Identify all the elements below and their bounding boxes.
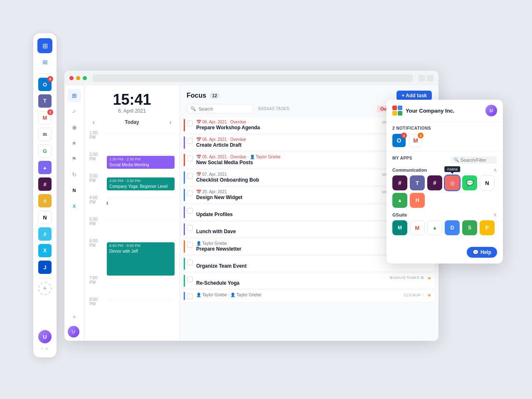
inner-flag-icon[interactable]: ⚑: [68, 152, 81, 165]
communication-toggle[interactable]: ∧: [493, 167, 497, 173]
app-inner-sidebar: ⊞ ✓ ◉ ★ ⚑ ↻ N X + U: [64, 86, 84, 341]
dock-add-button[interactable]: +: [38, 282, 52, 295]
inner-star-icon[interactable]: ★: [68, 136, 81, 150]
dock-user-avatar[interactable]: U: [38, 330, 52, 343]
task-checkbox[interactable]: [187, 293, 193, 299]
task-checkbox[interactable]: [187, 190, 193, 196]
tasks-search-input[interactable]: [199, 106, 249, 111]
inner-globe-icon[interactable]: ◉: [68, 121, 81, 134]
asana-app-icon[interactable]: Asana ◎: [445, 175, 460, 190]
browser-window: ⊞ ✓ ◉ ★ ⚑ ↻ N X + U 15:41 6. April 2021 …: [64, 71, 438, 341]
right-panel: Your Company Inc. U 2 NOTIFICATIONS O 3 …: [387, 100, 503, 264]
slack2-app-icon[interactable]: #: [427, 175, 442, 190]
task-checkbox[interactable]: [187, 259, 193, 265]
panel-user-avatar[interactable]: U: [485, 105, 497, 116]
dock-icon-outlook[interactable]: O 6: [37, 77, 52, 92]
task-checkbox[interactable]: [187, 225, 193, 231]
prev-day-button[interactable]: ‹: [89, 118, 98, 126]
inner-check-icon[interactable]: ✓: [68, 105, 81, 118]
dock-icon-slack2[interactable]: #: [37, 193, 52, 208]
task-date: 👤 Taylor Griebe: [196, 241, 227, 246]
next-day-button[interactable]: ›: [166, 118, 175, 126]
inner-sync-icon[interactable]: ↻: [68, 168, 81, 181]
gdrive-app-icon[interactable]: ▲: [427, 220, 442, 235]
event-social-media[interactable]: 1:30 PM - 2:30 PM Social Media Meeting: [107, 156, 175, 169]
star-icon[interactable]: ★: [427, 293, 431, 298]
task-bar: [184, 189, 185, 201]
dock-icon-notion[interactable]: N: [37, 210, 52, 225]
slides-app-icon[interactable]: P: [480, 220, 495, 235]
docs-app-icon[interactable]: D: [445, 220, 460, 235]
gmail-notification[interactable]: M 2: [409, 134, 422, 147]
task-checkbox[interactable]: [187, 276, 193, 282]
task-checkbox[interactable]: [187, 155, 193, 161]
tasks-count-badge: 12: [209, 93, 219, 99]
inner-notion-icon[interactable]: N: [68, 184, 81, 197]
time-slot-1pm: 1:00 PM: [89, 131, 175, 152]
grid-control[interactable]: [419, 75, 425, 81]
task-checkbox[interactable]: [187, 121, 193, 126]
task-item: BASAAS TASKS ⊞ Re-Schedule Yoga ★: [183, 273, 435, 289]
time-slot-5pm: 5:00 PM: [89, 217, 175, 239]
tasks-panel-title: Focus: [187, 92, 206, 99]
minimize-dot[interactable]: [76, 76, 80, 80]
dock-separator-2: [38, 278, 52, 278]
dock-icon-gmail[interactable]: M 2: [37, 110, 52, 125]
menu-control[interactable]: [427, 75, 433, 81]
gsuite-toggle[interactable]: ∧: [493, 212, 497, 218]
inner-x-icon[interactable]: X: [68, 200, 81, 213]
dock-icon-calendar[interactable]: 31: [37, 127, 52, 142]
whatsapp-app-icon[interactable]: 💬: [462, 175, 477, 190]
dock-icon-grid[interactable]: ⊞: [37, 38, 52, 53]
url-bar[interactable]: [93, 74, 413, 82]
inner-grid-icon[interactable]: ⊞: [68, 89, 81, 102]
dock-icon-teams[interactable]: T: [37, 94, 52, 108]
time-slot-4pm: 4:00 PM: [89, 195, 175, 217]
dock-icon-slack3[interactable]: #: [37, 227, 52, 241]
dock-icon-clickup[interactable]: ▲: [37, 160, 52, 175]
outlook-notification[interactable]: O 3: [392, 134, 406, 147]
task-checkbox[interactable]: [187, 138, 193, 144]
apps-header: MY APPS 🔍: [392, 156, 497, 164]
meet-app-icon[interactable]: M: [392, 220, 407, 235]
task-bar: [184, 275, 185, 287]
apps-search-input[interactable]: [461, 158, 494, 163]
dock-separator: [38, 73, 52, 74]
drive-app-icon[interactable]: ▲: [392, 193, 407, 208]
event-yoga[interactable]: 3:00 PM - 3:30 PM Company Yoga: Beginner…: [107, 177, 175, 190]
star-icon[interactable]: ★: [427, 276, 431, 281]
task-date: 📅 20. Apr. 2021: [196, 190, 227, 194]
help-icon: 💬: [473, 249, 479, 255]
gsuite-category: GSuite ∧ M M ▲ D S: [392, 212, 497, 235]
slack-app-icon[interactable]: #: [392, 175, 407, 190]
close-dot[interactable]: [69, 76, 74, 80]
task-checkbox[interactable]: [187, 242, 193, 248]
gmail-badge: 2: [47, 109, 53, 115]
communication-title: Communication: [392, 167, 427, 172]
maximize-dot[interactable]: [83, 76, 87, 80]
search-filter-icon: 🔍: [454, 158, 459, 162]
time-slot-2pm: 2:00 PM 1:30 PM - 2:30 PM Social Media M…: [89, 152, 175, 174]
inner-add-icon[interactable]: +: [68, 310, 81, 323]
dock-icon-xero[interactable]: X: [37, 243, 52, 258]
gsuite-title: GSuite: [392, 212, 407, 217]
basaas-tasks-label: BASAAS TASKS:: [258, 106, 290, 111]
gmail-app-icon[interactable]: M: [410, 220, 425, 235]
notion-app-icon[interactable]: N: [480, 175, 495, 190]
tasks-search-box: 🔍: [187, 104, 253, 113]
event-dinner[interactable]: 6:50 PM - 9:00 PM Dinner with Jeff: [107, 242, 175, 276]
teams-app-icon[interactable]: T: [410, 175, 425, 190]
inner-avatar[interactable]: U: [68, 326, 79, 337]
company-name: Your Company Inc.: [406, 108, 455, 114]
hubspot-app-icon[interactable]: H: [410, 193, 425, 208]
dock-icon-gsuite[interactable]: G: [37, 143, 52, 158]
add-task-button[interactable]: + Add task: [397, 91, 432, 101]
task-checkbox[interactable]: [187, 208, 193, 214]
sheets-app-icon[interactable]: S: [462, 220, 477, 235]
dock-icon-jira[interactable]: J: [37, 260, 52, 275]
notifications-title: 2 NOTIFICATIONS: [392, 126, 497, 131]
dock-icon-chart[interactable]: ≋: [37, 55, 52, 70]
task-checkbox[interactable]: [187, 173, 193, 179]
help-button[interactable]: 💬 Help: [467, 247, 497, 258]
dock-icon-slack1[interactable]: #: [37, 177, 52, 192]
